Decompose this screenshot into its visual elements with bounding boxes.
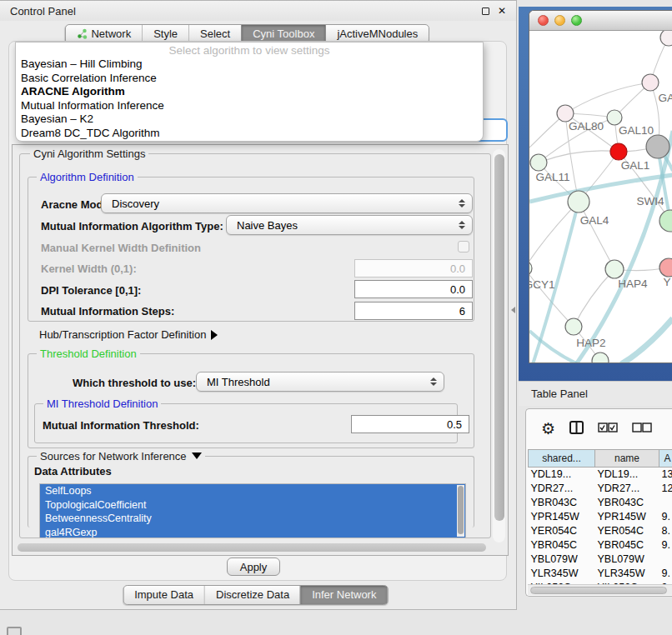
network-node-label: GCY1 (529, 278, 554, 291)
algorithm-option[interactable]: ARACNE Algorithm (16, 85, 483, 99)
table-row[interactable]: YDR27...YDR27...12 (529, 482, 672, 496)
network-node-gal10[interactable] (607, 110, 622, 125)
tab-infer-network[interactable]: Infer Network (300, 586, 387, 604)
table-row[interactable]: YER054CYER054C8. (529, 524, 672, 538)
network-edge[interactable] (539, 151, 619, 162)
table-row[interactable]: YBR045CYBR045C9. (529, 538, 672, 552)
table-toolbar: ⚙ (526, 409, 672, 448)
network-node[interactable] (646, 135, 669, 158)
gear-icon[interactable]: ⚙ (541, 421, 555, 437)
network-window-titlebar[interactable] (529, 11, 672, 31)
data-attribute-item[interactable]: SelfLoops (40, 484, 465, 498)
algorithm-option[interactable]: Mutual Information Inference (16, 99, 483, 113)
aracne-mode-combobox[interactable]: Discovery (101, 193, 473, 213)
network-view-window: GALGAL80GAL10GAL1GAL11SWI4GAL4GCY1HAP4YH… (529, 10, 672, 363)
mi-steps-value: 6 (459, 305, 465, 318)
network-node-swi4[interactable] (659, 210, 672, 232)
manual-kernel-width-checkbox[interactable] (458, 241, 469, 252)
network-node-gal11[interactable] (530, 154, 547, 171)
aracne-mode-value: Discovery (112, 198, 159, 210)
split-columns-icon[interactable] (569, 421, 584, 437)
mi-algorithm-type-combobox[interactable]: Naive Bayes (226, 215, 473, 235)
network-node-label: GAL1 (621, 159, 650, 172)
combo-arrows-icon (430, 372, 437, 391)
mi-steps-label: Mutual Information Steps: (41, 305, 174, 318)
network-node-label: GAL80 (569, 120, 604, 132)
network-node-gal1[interactable] (610, 143, 627, 160)
table-row[interactable]: YPR145WYPR145W9. (529, 510, 672, 524)
which-threshold-value: MI Threshold (207, 376, 270, 388)
control-panel-title: Control Panel (10, 5, 76, 18)
data-attribute-item[interactable]: TopologicalCoefficient (40, 498, 465, 512)
panel-divider-arrow-icon[interactable] (511, 307, 515, 313)
combo-arrows-icon (459, 194, 465, 212)
hub-definition-expander[interactable]: Hub/Transcription Factor Definition (39, 328, 218, 341)
float-window-icon[interactable] (482, 8, 489, 15)
algorithm-option[interactable]: Bayesian – Hill Climbing (16, 58, 483, 72)
settings-horizontal-scrollbar[interactable] (16, 542, 491, 552)
network-edge-highlighted[interactable] (621, 318, 672, 363)
network-edge[interactable] (579, 202, 614, 269)
network-node-hap2[interactable] (565, 318, 582, 335)
close-icon[interactable]: ✕ (498, 6, 506, 16)
column-header-shared-name[interactable]: shared... (529, 450, 595, 468)
mi-threshold-value: 0.5 (447, 418, 462, 431)
apply-button[interactable]: Apply (227, 558, 280, 576)
table-panel-body: ⚙ shared... name A YDL19...YDL19...13YDR… (525, 408, 672, 597)
table-panel-title: Table Panel (531, 388, 588, 400)
network-node-label: HAP2 (576, 337, 605, 349)
network-canvas[interactable]: GALGAL80GAL10GAL1GAL11SWI4GAL4GCY1HAP4YH… (529, 31, 672, 363)
kernel-width-field[interactable]: 0.0 (354, 259, 473, 278)
network-node-label: GAL11 (535, 171, 569, 183)
table-row[interactable]: YLR345WYLR345W9. (529, 567, 672, 581)
mi-threshold-field[interactable]: 0.5 (351, 415, 469, 433)
minimize-traffic-light-icon[interactable] (554, 15, 565, 26)
zoom-traffic-light-icon[interactable] (571, 15, 582, 26)
network-node[interactable] (660, 31, 672, 46)
network-node-gal4[interactable] (568, 191, 589, 212)
which-threshold-combobox[interactable]: MI Threshold (196, 372, 444, 392)
minimized-panel-box[interactable] (7, 627, 22, 635)
unchecked-checkboxes-icon[interactable] (632, 422, 652, 435)
network-node-gcy1[interactable] (529, 261, 532, 276)
network-tab-icon (76, 28, 87, 39)
network-node-label: Y (663, 276, 670, 288)
network-node[interactable] (592, 352, 609, 363)
tab-impute-data[interactable]: Impute Data (123, 586, 204, 604)
network-node-gal[interactable] (642, 74, 659, 91)
tab-network-label: Network (91, 28, 131, 40)
attributes-scrollbar[interactable] (457, 485, 464, 537)
mi-type-label: Mutual Information Algorithm Type: (41, 220, 223, 232)
manual-kernel-width-label: Manual Kernel Width Definition (41, 242, 201, 254)
tab-discretize-data[interactable]: Discretize Data (204, 586, 300, 604)
data-attributes-list[interactable]: SelfLoopsTopologicalCoefficientBetweenne… (39, 483, 466, 538)
mi-steps-field[interactable]: 6 (354, 302, 473, 320)
column-header-name[interactable]: name (595, 450, 659, 468)
settings-scroll-pane: Cyni Algorithm Settings Algorithm Defini… (12, 144, 509, 556)
threshold-definition-title: Threshold Definition (37, 348, 140, 360)
table-row[interactable]: YBR043CYBR043C (529, 496, 672, 510)
network-node-y[interactable] (659, 258, 672, 277)
network-node-hap4[interactable] (605, 260, 624, 278)
kernel-width-label: Kernel Width (0,1): (41, 262, 137, 275)
dpi-tolerance-field[interactable]: 0.0 (354, 280, 473, 298)
network-node-gal80[interactable] (557, 105, 574, 122)
column-header-truncated[interactable]: A (659, 450, 672, 468)
table-row[interactable]: YDL19...YDL19...13 (529, 468, 672, 482)
algorithm-dropdown-prompt: Select algorithm to view settings (16, 43, 483, 58)
network-edge[interactable] (565, 82, 650, 113)
algorithm-option[interactable]: Basic Correlation Inference (16, 72, 483, 86)
node-attribute-table: shared... name A YDL19...YDL19...13YDR27… (528, 449, 672, 595)
settings-vertical-scrollbar[interactable] (493, 149, 505, 542)
data-attribute-item[interactable]: gal4RGexp (40, 526, 465, 539)
cyni-algorithm-settings-title: Cyni Algorithm Settings (30, 148, 148, 160)
table-row[interactable]: YBL079WYBL079W (529, 552, 672, 567)
close-traffic-light-icon[interactable] (538, 15, 549, 26)
network-edge[interactable] (574, 269, 614, 327)
checked-checkboxes-icon[interactable] (598, 422, 618, 435)
data-attribute-item[interactable]: BetweennessCentrality (40, 512, 465, 526)
algorithm-option[interactable]: Bayesian – K2 (16, 112, 483, 127)
table-horizontal-scrollbar[interactable] (528, 584, 672, 595)
sources-group-title[interactable]: Sources for Network Inference (37, 450, 205, 462)
algorithm-option[interactable]: Dream8 DC_TDC Algorithm (16, 127, 483, 141)
